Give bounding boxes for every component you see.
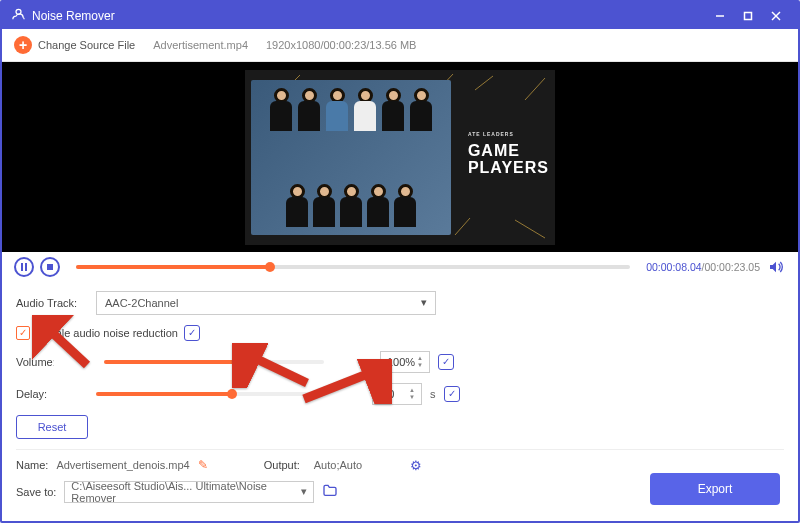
audio-track-label: Audio Track: [16,297,88,309]
timecode: 00:00:08.04/00:00:23.05 [646,261,760,273]
playback-progress[interactable] [76,265,630,269]
svg-rect-2 [745,12,752,19]
video-preview[interactable]: ATE LEADERS GAME PLAYERS [2,62,798,252]
svg-line-7 [525,78,545,100]
delay-stepper[interactable]: ▲▼ [409,387,415,400]
controls-panel: Audio Track: AAC-2Channel ▾ ✓ Enable aud… [2,283,798,521]
delay-slider[interactable] [96,392,316,396]
playback-transport: 00:00:08.04/00:00:23.05 [2,252,798,283]
volume-stepper[interactable]: ▲▼ [417,355,423,368]
enable-noise-checkbox[interactable]: ✓ [16,326,30,340]
browse-folder-icon[interactable] [322,483,338,500]
output-format: Auto;Auto [314,459,362,471]
output-settings-icon[interactable]: ⚙ [410,458,422,473]
maximize-button[interactable] [734,6,762,26]
main-window: Noise Remover + Change Source File Adver… [0,0,800,523]
divider [16,449,784,450]
volume-reset-icon[interactable]: ✓ [438,354,454,370]
delay-label: Delay: [16,388,88,400]
volume-label: Volume: [16,356,54,368]
chevron-down-icon: ▾ [301,485,307,498]
stop-button[interactable] [40,257,60,277]
preview-thumbnail [251,80,451,235]
output-name: Advertisement_denois.mp4 [56,459,189,471]
current-filename: Advertisement.mp4 [153,39,248,51]
chevron-down-icon: ▾ [421,296,427,309]
name-label: Name: [16,459,48,471]
svg-rect-15 [47,264,53,270]
svg-rect-14 [25,263,27,271]
video-frame: ATE LEADERS GAME PLAYERS [245,70,555,245]
toolbar: + Change Source File Advertisement.mp4 1… [2,29,798,62]
enable-noise-label: Enable audio noise reduction [36,327,178,339]
save-location-select[interactable]: C:\Aiseesoft Studio\Ais... Ultimate\Nois… [64,481,314,503]
export-button[interactable]: Export [650,473,780,505]
app-icon [10,8,26,24]
delay-reset-icon[interactable]: ✓ [444,386,460,402]
plus-icon: + [14,36,32,54]
edit-name-icon[interactable]: ✎ [198,458,208,472]
video-overlay-text: ATE LEADERS GAME PLAYERS [468,131,549,176]
volume-icon[interactable] [766,257,786,277]
app-title: Noise Remover [32,9,706,23]
svg-line-8 [515,220,545,238]
reset-button[interactable]: Reset [16,415,88,439]
volume-input[interactable]: 100% ▲▼ [380,351,430,373]
output-label: Output: [264,459,300,471]
svg-line-12 [475,76,493,90]
titlebar: Noise Remover [2,2,798,29]
noise-settings-icon[interactable]: ✓ [184,325,200,341]
delay-unit: s [430,388,436,400]
pause-button[interactable] [14,257,34,277]
delay-input[interactable]: 0.0 ▲▼ [372,383,422,405]
save-to-label: Save to: [16,486,56,498]
svg-rect-13 [21,263,23,271]
file-info: 1920x1080/00:00:23/13.56 MB [266,39,416,51]
close-button[interactable] [762,6,790,26]
svg-line-10 [455,218,470,235]
audio-track-select[interactable]: AAC-2Channel ▾ [96,291,436,315]
minimize-button[interactable] [706,6,734,26]
volume-slider[interactable] [104,360,324,364]
change-source-button[interactable]: + Change Source File [14,36,135,54]
change-source-label: Change Source File [38,39,135,51]
